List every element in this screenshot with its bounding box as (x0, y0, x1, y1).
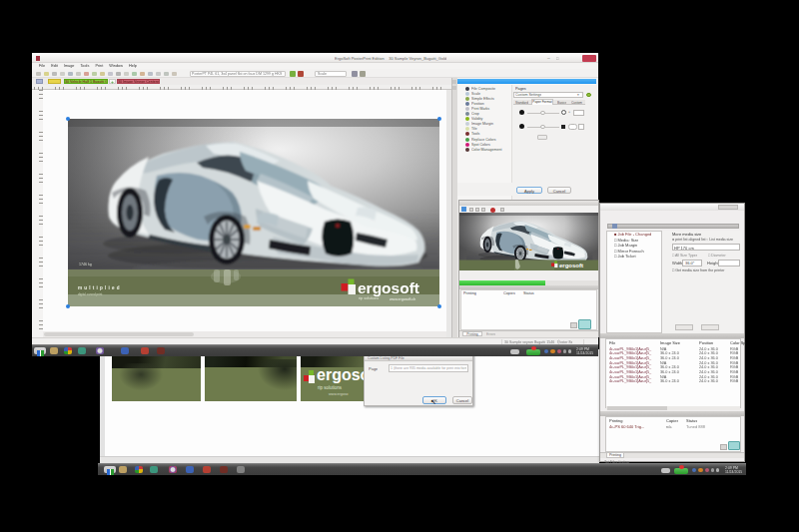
svg-text:ergosoft: ergosoft (559, 263, 583, 268)
